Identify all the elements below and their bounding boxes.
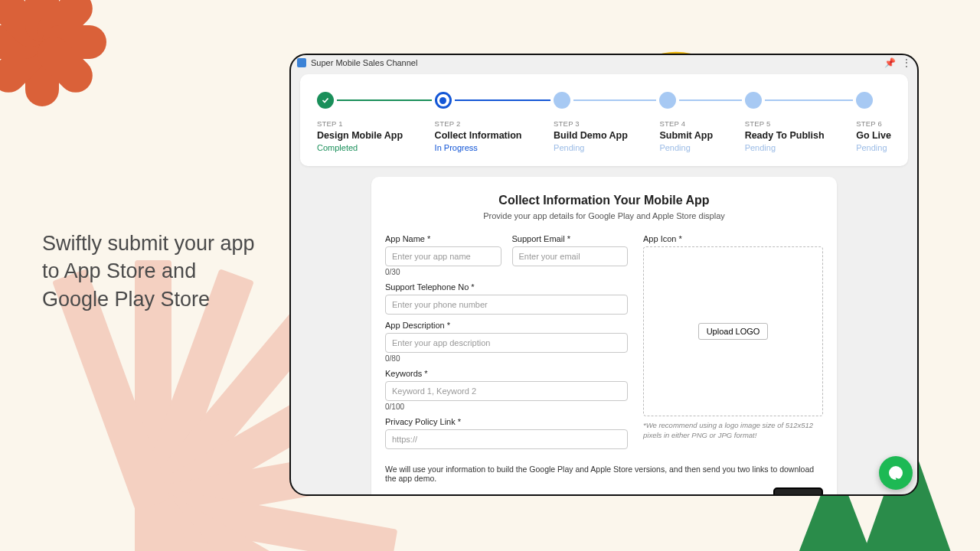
step-num: STEP 5 [745, 119, 857, 128]
input-support-email[interactable] [512, 246, 629, 266]
step-num: STEP 4 [659, 119, 744, 128]
label-keywords: Keywords * [385, 369, 628, 378]
step-title: Build Demo App [554, 130, 659, 141]
icon-dropzone[interactable]: Upload LOGO [643, 246, 823, 416]
step-status: Completed [317, 143, 435, 152]
app-window: Super Mobile Sales Channel 📌 ⋮ STEP 1 De… [289, 54, 919, 496]
step-collect[interactable]: STEP 2 Collect Information In Progress [435, 91, 554, 152]
label-app-description: App Description * [385, 321, 628, 330]
step-golive[interactable]: STEP 6 Go Live Pending [856, 91, 891, 152]
step-status: In Progress [435, 143, 554, 152]
step-submit[interactable]: STEP 4 Submit App Pending [659, 91, 744, 152]
pending-step-icon [659, 92, 676, 109]
field-app-name: App Name * 0/30 [385, 234, 501, 276]
field-support-email: Support Email * [512, 234, 629, 276]
more-icon[interactable]: ⋮ [902, 57, 911, 68]
upload-logo-button[interactable]: Upload LOGO [698, 323, 769, 340]
form-card: Collect Information Your Mobile App Prov… [371, 177, 837, 496]
step-build[interactable]: STEP 3 Build Demo App Pending [554, 91, 659, 152]
pending-step-icon [554, 92, 570, 109]
step-num: STEP 1 [317, 119, 435, 128]
field-privacy-link: Privacy Policy Link * [385, 417, 628, 449]
step-title: Design Mobile App [317, 130, 435, 141]
label-support-email: Support Email * [512, 234, 629, 243]
field-app-icon: App Icon * Upload LOGO *We recommend usi… [643, 234, 823, 441]
step-status: Pending [745, 143, 857, 152]
step-design[interactable]: STEP 1 Design Mobile App Completed [317, 91, 435, 152]
step-title: Go Live [856, 130, 891, 141]
field-support-phone: Support Telephone No * [385, 282, 628, 315]
step-status: Pending [856, 143, 891, 152]
input-app-description[interactable] [385, 333, 628, 353]
step-status: Pending [659, 143, 744, 152]
pending-step-icon [856, 92, 873, 109]
input-privacy-link[interactable] [385, 429, 628, 449]
input-support-phone[interactable] [385, 295, 628, 315]
step-num: STEP 6 [856, 119, 891, 128]
decor-flower [0, 0, 107, 107]
submit-button[interactable]: Submit [773, 487, 823, 496]
input-keywords[interactable] [385, 381, 628, 401]
counter-app-name: 0/30 [385, 268, 501, 276]
field-app-description: App Description * 0/80 [385, 321, 628, 363]
label-privacy-link: Privacy Policy Link * [385, 417, 628, 426]
stepper: STEP 1 Design Mobile App Completed STEP … [300, 74, 908, 166]
step-title: Collect Information [435, 130, 554, 141]
icon-hint: *We recommend using a logo image size of… [643, 421, 823, 441]
label-app-icon: App Icon * [643, 234, 823, 243]
pending-step-icon [745, 92, 762, 109]
window-title: Super Mobile Sales Channel [311, 58, 417, 67]
step-num: STEP 2 [435, 119, 554, 128]
form-heading: Collect Information Your Mobile App [385, 194, 823, 207]
titlebar: Super Mobile Sales Channel 📌 ⋮ [291, 55, 917, 70]
label-app-name: App Name * [385, 234, 501, 243]
field-keywords: Keywords * 0/100 [385, 369, 628, 411]
input-app-name[interactable] [385, 246, 501, 266]
step-publish[interactable]: STEP 5 Ready To Publish Pending [745, 91, 857, 152]
form-note: We will use your information to build th… [385, 465, 823, 483]
chat-fab[interactable] [879, 456, 913, 490]
progress-card: STEP 1 Design Mobile App Completed STEP … [300, 74, 908, 166]
promo-headline: Swiftly submit your app to App Store and… [42, 230, 256, 313]
step-title: Ready To Publish [745, 130, 857, 141]
active-step-icon [435, 92, 452, 109]
step-title: Submit App [659, 130, 744, 141]
pin-icon[interactable]: 📌 [884, 57, 896, 68]
label-support-phone: Support Telephone No * [385, 282, 628, 292]
counter-app-description: 0/80 [385, 354, 628, 363]
form-subheading: Provide your app details for Google Play… [385, 211, 823, 220]
app-icon [297, 58, 306, 67]
step-num: STEP 3 [554, 119, 659, 128]
step-status: Pending [554, 143, 659, 152]
check-icon [317, 92, 334, 109]
counter-keywords: 0/100 [385, 403, 628, 411]
